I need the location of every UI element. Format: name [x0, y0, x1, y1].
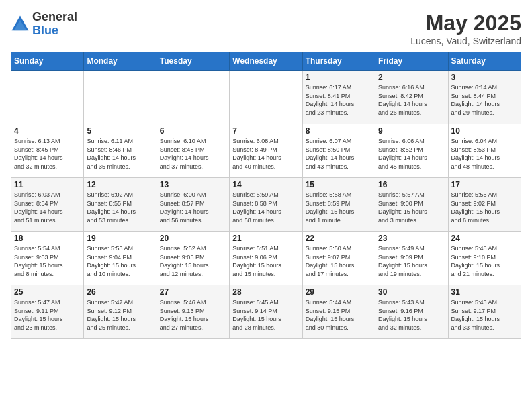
day-number: 27 [160, 287, 226, 297]
day-info: Sunrise: 5:49 AM Sunset: 9:09 PM Dayligh… [378, 244, 445, 278]
day-number: 31 [451, 287, 518, 297]
day-number: 16 [378, 180, 445, 189]
day-number: 26 [87, 287, 153, 297]
header-saturday: Saturday [448, 52, 521, 71]
calendar-title: May 2025 [410, 11, 521, 36]
calendar-cell: 30Sunrise: 5:43 AM Sunset: 9:16 PM Dayli… [375, 285, 448, 339]
day-info: Sunrise: 5:58 AM Sunset: 8:59 PM Dayligh… [306, 191, 372, 224]
day-info: Sunrise: 5:48 AM Sunset: 9:10 PM Dayligh… [451, 244, 518, 278]
calendar-cell: 8Sunrise: 6:07 AM Sunset: 8:50 PM Daylig… [302, 124, 375, 178]
calendar-cell: 13Sunrise: 6:00 AM Sunset: 8:57 PM Dayli… [157, 178, 229, 232]
week-row-4: 18Sunrise: 5:54 AM Sunset: 9:03 PM Dayli… [11, 232, 521, 285]
calendar-cell: 20Sunrise: 5:52 AM Sunset: 9:05 PM Dayli… [157, 232, 229, 285]
day-number: 3 [451, 73, 518, 82]
calendar-cell: 16Sunrise: 5:57 AM Sunset: 9:00 PM Dayli… [375, 178, 448, 232]
day-info: Sunrise: 5:51 AM Sunset: 9:06 PM Dayligh… [232, 244, 299, 278]
calendar-cell: 25Sunrise: 5:47 AM Sunset: 9:11 PM Dayli… [11, 285, 84, 339]
day-info: Sunrise: 6:17 AM Sunset: 8:41 PM Dayligh… [306, 83, 372, 117]
day-number: 6 [160, 126, 226, 136]
calendar-cell: 28Sunrise: 5:45 AM Sunset: 9:14 PM Dayli… [230, 285, 302, 339]
day-info: Sunrise: 6:13 AM Sunset: 8:45 PM Dayligh… [14, 137, 81, 171]
calendar-cell: 31Sunrise: 5:43 AM Sunset: 9:17 PM Dayli… [448, 285, 521, 339]
day-info: Sunrise: 6:06 AM Sunset: 8:52 PM Dayligh… [378, 137, 445, 171]
day-number: 21 [232, 234, 299, 243]
day-number: 7 [232, 126, 299, 136]
day-number: 20 [160, 234, 226, 243]
day-info: Sunrise: 5:59 AM Sunset: 8:58 PM Dayligh… [232, 191, 299, 224]
logo-general: General [32, 11, 77, 24]
day-info: Sunrise: 6:07 AM Sunset: 8:50 PM Dayligh… [306, 137, 372, 171]
calendar-cell: 15Sunrise: 5:58 AM Sunset: 8:59 PM Dayli… [302, 178, 375, 232]
day-info: Sunrise: 5:45 AM Sunset: 9:14 PM Dayligh… [232, 298, 299, 332]
day-number: 8 [306, 126, 372, 136]
day-number: 25 [14, 287, 81, 297]
day-number: 24 [451, 234, 518, 243]
day-info: Sunrise: 6:10 AM Sunset: 8:48 PM Dayligh… [160, 137, 226, 171]
day-number: 30 [378, 287, 445, 297]
calendar-cell: 26Sunrise: 5:47 AM Sunset: 9:12 PM Dayli… [84, 285, 157, 339]
calendar-cell: 2Sunrise: 6:16 AM Sunset: 8:42 PM Daylig… [375, 71, 448, 124]
day-number: 29 [306, 287, 372, 297]
calendar-body: 1Sunrise: 6:17 AM Sunset: 8:41 PM Daylig… [11, 71, 521, 339]
calendar-cell: 6Sunrise: 6:10 AM Sunset: 8:48 PM Daylig… [157, 124, 229, 178]
calendar-cell: 5Sunrise: 6:11 AM Sunset: 8:46 PM Daylig… [84, 124, 157, 178]
day-number: 23 [378, 234, 445, 243]
logo-blue: Blue [32, 24, 77, 38]
day-number: 19 [87, 234, 153, 243]
day-info: Sunrise: 6:00 AM Sunset: 8:57 PM Dayligh… [160, 191, 226, 224]
day-number: 13 [160, 180, 226, 189]
calendar-cell: 22Sunrise: 5:50 AM Sunset: 9:07 PM Dayli… [302, 232, 375, 285]
calendar-cell: 19Sunrise: 5:53 AM Sunset: 9:04 PM Dayli… [84, 232, 157, 285]
calendar-cell: 23Sunrise: 5:49 AM Sunset: 9:09 PM Dayli… [375, 232, 448, 285]
calendar-cell [11, 71, 84, 124]
title-block: May 2025 Lucens, Vaud, Switzerland [410, 11, 521, 46]
day-info: Sunrise: 6:02 AM Sunset: 8:55 PM Dayligh… [87, 191, 153, 224]
calendar-cell: 7Sunrise: 6:08 AM Sunset: 8:49 PM Daylig… [230, 124, 302, 178]
day-number: 28 [232, 287, 299, 297]
calendar-cell: 9Sunrise: 6:06 AM Sunset: 8:52 PM Daylig… [375, 124, 448, 178]
calendar-cell: 27Sunrise: 5:46 AM Sunset: 9:13 PM Dayli… [157, 285, 229, 339]
logo-icon [11, 15, 30, 34]
day-number: 14 [232, 180, 299, 189]
calendar-cell [84, 71, 157, 124]
calendar-cell: 29Sunrise: 5:44 AM Sunset: 9:15 PM Dayli… [302, 285, 375, 339]
day-number: 1 [306, 73, 372, 82]
calendar-cell: 1Sunrise: 6:17 AM Sunset: 8:41 PM Daylig… [302, 71, 375, 124]
calendar-table: SundayMondayTuesdayWednesdayThursdayFrid… [11, 52, 521, 339]
calendar-cell [157, 71, 229, 124]
day-number: 11 [14, 180, 81, 189]
day-info: Sunrise: 5:52 AM Sunset: 9:05 PM Dayligh… [160, 244, 226, 278]
day-info: Sunrise: 6:04 AM Sunset: 8:53 PM Dayligh… [451, 137, 518, 171]
calendar-cell: 17Sunrise: 5:55 AM Sunset: 9:02 PM Dayli… [448, 178, 521, 232]
header-thursday: Thursday [302, 52, 375, 71]
calendar-subtitle: Lucens, Vaud, Switzerland [410, 36, 521, 46]
day-number: 17 [451, 180, 518, 189]
header-wednesday: Wednesday [230, 52, 302, 71]
day-info: Sunrise: 5:47 AM Sunset: 9:12 PM Dayligh… [87, 298, 153, 332]
day-info: Sunrise: 5:43 AM Sunset: 9:16 PM Dayligh… [378, 298, 445, 332]
day-info: Sunrise: 6:11 AM Sunset: 8:46 PM Dayligh… [87, 137, 153, 171]
logo-text: General Blue [32, 11, 77, 38]
day-info: Sunrise: 6:03 AM Sunset: 8:54 PM Dayligh… [14, 191, 81, 224]
day-info: Sunrise: 5:46 AM Sunset: 9:13 PM Dayligh… [160, 298, 226, 332]
calendar-cell [230, 71, 302, 124]
calendar-cell: 11Sunrise: 6:03 AM Sunset: 8:54 PM Dayli… [11, 178, 84, 232]
day-info: Sunrise: 5:53 AM Sunset: 9:04 PM Dayligh… [87, 244, 153, 278]
day-number: 9 [378, 126, 445, 136]
page-header: General Blue May 2025 Lucens, Vaud, Swit… [11, 11, 521, 46]
week-row-5: 25Sunrise: 5:47 AM Sunset: 9:11 PM Dayli… [11, 285, 521, 339]
day-info: Sunrise: 6:16 AM Sunset: 8:42 PM Dayligh… [378, 83, 445, 117]
logo: General Blue [11, 11, 77, 38]
day-info: Sunrise: 6:14 AM Sunset: 8:44 PM Dayligh… [451, 83, 518, 117]
day-info: Sunrise: 5:47 AM Sunset: 9:11 PM Dayligh… [14, 298, 81, 332]
day-info: Sunrise: 5:43 AM Sunset: 9:17 PM Dayligh… [451, 298, 518, 332]
calendar-cell: 3Sunrise: 6:14 AM Sunset: 8:44 PM Daylig… [448, 71, 521, 124]
header-row: SundayMondayTuesdayWednesdayThursdayFrid… [11, 52, 521, 71]
calendar-cell: 24Sunrise: 5:48 AM Sunset: 9:10 PM Dayli… [448, 232, 521, 285]
header-friday: Friday [375, 52, 448, 71]
calendar-cell: 12Sunrise: 6:02 AM Sunset: 8:55 PM Dayli… [84, 178, 157, 232]
day-info: Sunrise: 5:57 AM Sunset: 9:00 PM Dayligh… [378, 191, 445, 224]
calendar-cell: 18Sunrise: 5:54 AM Sunset: 9:03 PM Dayli… [11, 232, 84, 285]
day-number: 2 [378, 73, 445, 82]
calendar-cell: 14Sunrise: 5:59 AM Sunset: 8:58 PM Dayli… [230, 178, 302, 232]
